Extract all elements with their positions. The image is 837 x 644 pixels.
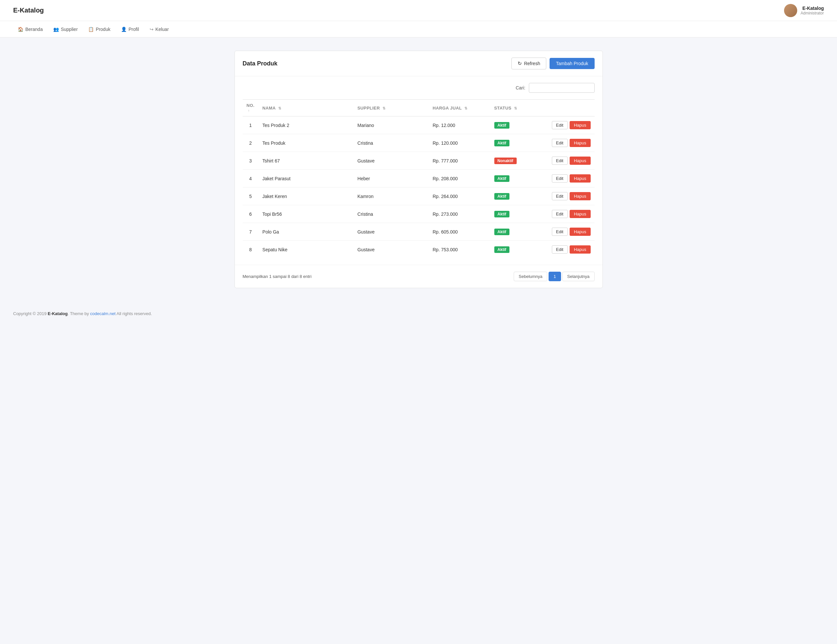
cell-action: Edit Hapus xyxy=(539,223,595,241)
status-badge: Aktif xyxy=(494,175,510,182)
cell-harga: Rp. 777.000 xyxy=(428,152,490,170)
cell-nama: Tes Produk 2 xyxy=(259,117,354,134)
col-header-status[interactable]: STATUS ⇅ xyxy=(491,100,539,117)
footer-link[interactable]: codecalm.net xyxy=(90,311,115,316)
nav-item-keluar[interactable]: ↪Keluar xyxy=(145,24,173,34)
col-header-action xyxy=(539,100,595,117)
cell-action: Edit Hapus xyxy=(539,170,595,187)
nav-label-produk: Produk xyxy=(96,26,110,32)
footer-text: Copyright © 2019 E-Katalog. Theme by cod… xyxy=(13,311,152,316)
action-buttons: Edit Hapus xyxy=(543,245,591,254)
main-content: Data Produk ↻ Refresh Tambah Produk Cari… xyxy=(222,38,616,301)
cell-supplier: Gustave xyxy=(354,152,429,170)
header: E-Katalog E-Katalog Administrator xyxy=(0,0,837,21)
action-buttons: Edit Hapus xyxy=(543,174,591,182)
cell-no: 5 xyxy=(243,187,259,205)
page-1-button[interactable]: 1 xyxy=(548,272,561,281)
main-nav: 🏠Beranda👥Supplier📋Produk👤Profil↪Keluar xyxy=(0,21,837,38)
edit-button[interactable]: Edit xyxy=(552,174,568,182)
search-row: Cari: xyxy=(243,83,595,93)
edit-button[interactable]: Edit xyxy=(552,121,568,129)
table-row: 6 Topi Br56 Cristina Rp. 273.000 Aktif E… xyxy=(243,205,595,223)
delete-button[interactable]: Hapus xyxy=(569,121,591,129)
cell-status: Aktif xyxy=(491,205,539,223)
nav-item-produk[interactable]: 📋Produk xyxy=(84,24,115,34)
delete-button[interactable]: Hapus xyxy=(569,245,591,254)
pagination-controls: Sebelumnya 1 Selanjutnya xyxy=(514,272,594,281)
tambah-produk-button[interactable]: Tambah Produk xyxy=(550,58,594,69)
cell-no: 4 xyxy=(243,170,259,187)
action-buttons: Edit Hapus xyxy=(543,228,591,236)
cell-action: Edit Hapus xyxy=(539,152,595,170)
delete-button[interactable]: Hapus xyxy=(569,139,591,147)
cell-harga: Rp. 264.000 xyxy=(428,187,490,205)
status-badge: Aktif xyxy=(494,193,510,200)
nav-item-supplier[interactable]: 👥Supplier xyxy=(49,24,82,34)
data-produk-card: Data Produk ↻ Refresh Tambah Produk Cari… xyxy=(235,51,603,288)
produk-icon: 📋 xyxy=(88,26,94,32)
table-row: 1 Tes Produk 2 Mariano Rp. 12.000 Aktif … xyxy=(243,117,595,134)
action-buttons: Edit Hapus xyxy=(543,121,591,129)
edit-button[interactable]: Edit xyxy=(552,228,568,236)
products-table: NO. ↑ NAMA ⇅ SUPPLIER ⇅ HARGA JUAL xyxy=(243,99,595,258)
cell-action: Edit Hapus xyxy=(539,134,595,152)
cell-action: Edit Hapus xyxy=(539,187,595,205)
table-row: 5 Jaket Keren Kamron Rp. 264.000 Aktif E… xyxy=(243,187,595,205)
delete-button[interactable]: Hapus xyxy=(569,228,591,236)
edit-button[interactable]: Edit xyxy=(552,245,568,254)
cell-nama: Polo Ga xyxy=(259,223,354,241)
cell-action: Edit Hapus xyxy=(539,117,595,134)
status-badge: Aktif xyxy=(494,122,510,128)
cell-no: 1 xyxy=(243,117,259,134)
delete-button[interactable]: Hapus xyxy=(569,192,591,200)
prev-page-button[interactable]: Sebelumnya xyxy=(514,272,547,281)
edit-button[interactable]: Edit xyxy=(552,192,568,200)
delete-button[interactable]: Hapus xyxy=(569,174,591,182)
status-badge: Aktif xyxy=(494,211,510,217)
cell-status: Aktif xyxy=(491,170,539,187)
table-row: 2 Tes Produk Cristina Rp. 120.000 Aktif … xyxy=(243,134,595,152)
cell-supplier: Gustave xyxy=(354,223,429,241)
cell-status: Aktif xyxy=(491,187,539,205)
col-header-harga[interactable]: HARGA JUAL ⇅ xyxy=(428,100,490,117)
next-page-button[interactable]: Selanjutnya xyxy=(562,272,595,281)
cell-supplier: Gustave xyxy=(354,241,429,258)
delete-button[interactable]: Hapus xyxy=(569,156,591,165)
edit-button[interactable]: Edit xyxy=(552,210,568,218)
table-row: 7 Polo Ga Gustave Rp. 605.000 Aktif Edit… xyxy=(243,223,595,241)
table-row: 4 Jaket Parasut Heber Rp. 208.000 Aktif … xyxy=(243,170,595,187)
cell-status: Nonaktif xyxy=(491,152,539,170)
app-logo: E-Katalog xyxy=(13,7,44,14)
refresh-button[interactable]: ↻ Refresh xyxy=(511,58,546,69)
table-head: NO. ↑ NAMA ⇅ SUPPLIER ⇅ HARGA JUAL xyxy=(243,100,595,117)
add-label: Tambah Produk xyxy=(556,61,588,66)
col-status-label: STATUS xyxy=(494,105,511,110)
cell-supplier: Kamron xyxy=(354,187,429,205)
edit-button[interactable]: Edit xyxy=(552,139,568,147)
profil-icon: 👤 xyxy=(121,26,126,32)
delete-button[interactable]: Hapus xyxy=(569,210,591,218)
card-title: Data Produk xyxy=(243,60,277,67)
cell-nama: Sepatu Nike xyxy=(259,241,354,258)
cell-nama: Topi Br56 xyxy=(259,205,354,223)
col-header-nama[interactable]: NAMA ⇅ xyxy=(259,100,354,117)
edit-button[interactable]: Edit xyxy=(552,156,568,165)
cell-status: Aktif xyxy=(491,117,539,134)
col-header-no[interactable]: NO. ↑ xyxy=(243,100,259,117)
nav-item-profil[interactable]: 👤Profil xyxy=(117,24,144,34)
col-supplier-label: SUPPLIER xyxy=(358,105,380,110)
avatar-image xyxy=(784,4,797,17)
table-row: 8 Sepatu Nike Gustave Rp. 753.000 Aktif … xyxy=(243,241,595,258)
search-input[interactable] xyxy=(529,83,595,93)
status-badge: Aktif xyxy=(494,246,510,253)
nav-label-beranda: Beranda xyxy=(25,26,43,32)
user-name: E-Katalog xyxy=(801,6,824,11)
col-header-supplier[interactable]: SUPPLIER ⇅ xyxy=(354,100,429,117)
col-no-label: NO. xyxy=(247,103,254,108)
table-header-row: NO. ↑ NAMA ⇅ SUPPLIER ⇅ HARGA JUAL xyxy=(243,100,595,117)
nav-item-beranda[interactable]: 🏠Beranda xyxy=(13,24,48,34)
search-label: Cari: xyxy=(516,85,525,90)
user-details: E-Katalog Administrator xyxy=(801,6,824,15)
sort-icon-nama: ⇅ xyxy=(278,106,281,110)
col-harga-label: HARGA JUAL xyxy=(432,105,461,110)
